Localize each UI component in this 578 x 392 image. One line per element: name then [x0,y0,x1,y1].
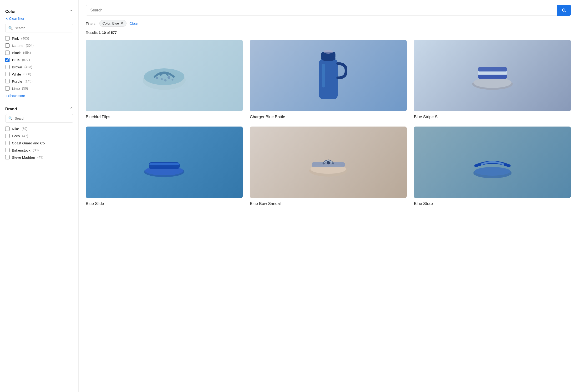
svg-point-6 [164,79,167,82]
main-content: Filters: Color: Blue ✕ Clear Results 1-1… [79,0,578,392]
product-name-blue-strap: Blue Strap [414,201,571,206]
svg-point-26 [475,167,510,176]
filters-label: Filters: [86,21,96,26]
product-image-blue-stripe-sli [414,40,571,111]
svg-point-3 [161,78,163,80]
bow-sandal-illustration [304,143,352,181]
product-image-blue-slide [86,127,243,198]
color-checkbox-black[interactable] [5,50,9,55]
chip-remove-icon[interactable]: ✕ [120,21,123,25]
svg-rect-20 [149,163,179,165]
color-item-blue[interactable]: Blue (577) [5,58,73,62]
color-filter-title: Color [5,9,16,14]
clear-all-link[interactable]: Clear [129,21,138,26]
blue-strap-illustration [469,146,516,179]
brand-checkbox-steve-madden[interactable] [5,155,9,159]
results-of: of [107,31,111,35]
brand-item-birkenstock[interactable]: Birkenstock (38) [5,148,73,152]
color-item-natural[interactable]: Natural (304) [5,43,73,48]
color-search-box: 🔍 [5,24,73,32]
products-grid: Bluebird Flips [86,40,571,206]
svg-point-2 [156,77,158,79]
color-blue-chip: Color: Blue ✕ [99,20,127,27]
svg-point-24 [327,161,330,164]
product-card-blue-stripe-sli[interactable]: Blue Stripe Sli [414,40,571,119]
color-item-lime[interactable]: Lime (50) [5,86,73,91]
product-image-blue-bow-sandal [250,127,407,198]
svg-point-1 [144,68,184,85]
product-card-charger-blue-bottle[interactable]: Charger Blue Bottle [250,40,407,119]
svg-rect-10 [322,64,325,88]
color-show-more-button[interactable]: + Show more [5,94,25,98]
top-search-button[interactable] [557,5,571,16]
product-image-charger-blue-bottle [250,40,407,111]
svg-point-4 [167,76,170,79]
brand-filter-section: Brand ⌃ 🔍 Nike (39) Ecco (47) [0,102,78,164]
color-clear-filter-label: Clear filter [9,17,24,20]
svg-point-11 [324,50,333,54]
brand-checkbox-coast-guard[interactable] [5,141,9,145]
sidebar: Color ⌃ ✕ Clear filter 🔍 Pink (405) N [0,0,79,392]
color-filter-header: Color ⌃ [5,9,73,14]
brand-checkbox-birkenstock[interactable] [5,148,9,152]
color-item-black[interactable]: Black (454) [5,50,73,55]
product-name-charger-blue-bottle: Charger Blue Bottle [250,115,407,119]
color-checkbox-blue[interactable] [5,58,9,62]
product-image-bluebird-flips [86,40,243,111]
product-name-bluebird-flips: Bluebird Flips [86,115,243,119]
clear-filter-x-icon: ✕ [5,17,8,20]
color-search-input[interactable] [15,26,70,30]
product-card-blue-strap[interactable]: Blue Strap [414,127,571,206]
blue-slide-illustration [140,146,188,179]
product-image-blue-strap [414,127,571,198]
color-checkbox-lime[interactable] [5,86,9,91]
product-card-blue-bow-sandal[interactable]: Blue Bow Sandal [250,127,407,206]
results-prefix: Results [86,31,99,35]
color-clear-filter-link[interactable]: ✕ Clear filter [5,17,73,20]
brand-item-steve-madden[interactable]: Steve Madden (49) [5,155,73,159]
product-name-blue-slide: Blue Slide [86,201,243,206]
color-checkbox-pink[interactable] [5,36,9,41]
color-filter-section: Color ⌃ ✕ Clear filter 🔍 Pink (405) N [0,5,78,102]
product-name-blue-bow-sandal: Blue Bow Sandal [250,201,407,206]
product-name-blue-stripe-sli: Blue Stripe Sli [414,115,571,119]
color-checkbox-list: Pink (405) Natural (304) Black (454) Blu… [5,36,73,91]
results-range: 1-10 [99,31,106,35]
bottle-illustration [309,45,347,106]
brand-filter-header: Brand ⌃ [5,106,73,112]
stripe-slide-illustration [469,59,516,92]
top-search-bar [86,5,571,16]
color-filter-chevron-icon[interactable]: ⌃ [70,9,73,14]
brand-item-coast-guard[interactable]: Coast Guard and Co [5,141,73,145]
color-checkbox-purple[interactable] [5,79,9,83]
brand-item-ecco[interactable]: Ecco (47) [5,134,73,138]
color-item-white[interactable]: White (368) [5,72,73,76]
results-total: 577 [111,31,117,35]
color-item-brown[interactable]: Brown (423) [5,65,73,69]
brand-search-input[interactable] [15,116,70,120]
brand-filter-title: Brand [5,107,17,111]
top-search-input[interactable] [86,5,557,15]
color-search-icon: 🔍 [8,26,13,30]
product-card-bluebird-flips[interactable]: Bluebird Flips [86,40,243,119]
svg-rect-16 [478,67,507,71]
brand-checkbox-nike[interactable] [5,127,9,131]
color-checkbox-brown[interactable] [5,65,9,69]
filters-bar: Filters: Color: Blue ✕ Clear [86,20,571,27]
results-count: Results 1-10 of 577 [86,31,571,35]
brand-filter-chevron-icon[interactable]: ⌃ [70,106,73,112]
brand-search-box: 🔍 [5,114,73,123]
svg-point-5 [172,79,173,81]
color-item-pink[interactable]: Pink (405) [5,36,73,41]
product-card-blue-slide[interactable]: Blue Slide [86,127,243,206]
svg-point-13 [473,77,512,88]
flipflop-illustration [138,56,190,95]
search-icon [561,8,567,13]
chip-text: Color: Blue [102,21,119,25]
brand-search-icon: 🔍 [8,116,13,121]
color-checkbox-white[interactable] [5,72,9,76]
color-item-purple[interactable]: Purple (145) [5,79,73,83]
brand-checkbox-ecco[interactable] [5,134,9,138]
brand-item-nike[interactable]: Nike (39) [5,127,73,131]
color-checkbox-natural[interactable] [5,43,9,48]
